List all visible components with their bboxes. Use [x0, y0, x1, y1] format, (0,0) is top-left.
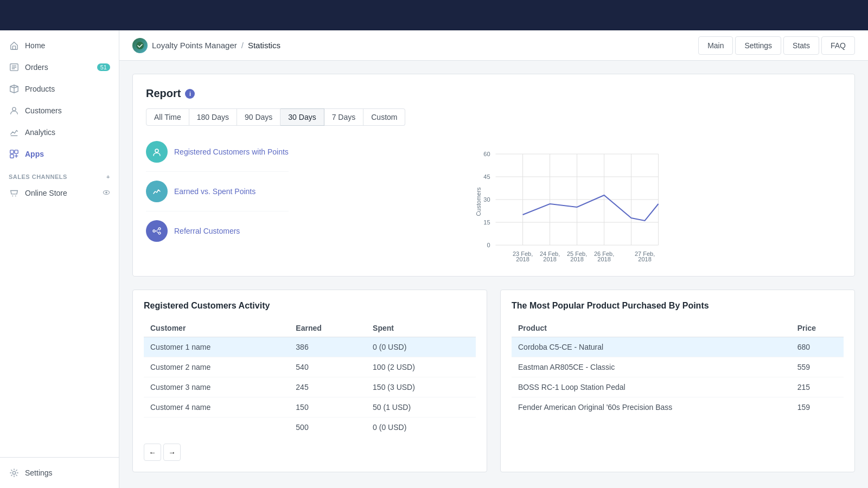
sidebar-item-home[interactable]: Home — [0, 35, 119, 56]
online-store-label: Online Store — [25, 189, 67, 197]
report-card: Report i All Time 180 Days 90 Days 30 Da… — [132, 74, 855, 277]
legend-registered[interactable]: Registered Customers with Points — [146, 141, 289, 172]
line-chart-svg: 0 15 30 45 60 Customers — [302, 137, 841, 261]
svg-text:45: 45 — [483, 174, 490, 180]
svg-text:2018: 2018 — [516, 256, 529, 261]
svg-text:60: 60 — [483, 151, 490, 157]
cell-price: 159 — [791, 397, 844, 418]
svg-text:0: 0 — [487, 242, 490, 248]
svg-text:2018: 2018 — [597, 256, 610, 261]
cell-customer: Customer 4 name — [144, 397, 289, 418]
report-title: Report i — [146, 87, 841, 100]
app-name: Loyalty Points Manager — [152, 41, 237, 50]
sidebar: Home Orders 51 Products Customers Anal — [0, 30, 119, 488]
cell-price: 680 — [791, 337, 844, 357]
activity-pagination: ← → — [144, 444, 476, 461]
analytics-icon — [9, 127, 20, 138]
col-customer: Customer — [144, 319, 289, 337]
app-header-nav: Main Settings Stats FAQ — [698, 36, 855, 55]
sidebar-item-label: Apps — [25, 150, 44, 158]
referral-legend-label: Referral Customers — [174, 227, 240, 235]
popular-table-row: Fender American Original '60s Precision … — [512, 397, 844, 418]
popular-table-header: Product Price — [512, 319, 844, 337]
svg-text:2018: 2018 — [570, 256, 583, 261]
cell-customer — [144, 418, 289, 438]
sidebar-item-label: Orders — [25, 63, 48, 72]
nav-main-button[interactable]: Main — [698, 36, 733, 55]
col-spent: Spent — [366, 319, 476, 337]
top-bar — [0, 0, 868, 30]
activity-table-row: Customer 2 name540100 (2 USD) — [144, 357, 476, 377]
sidebar-item-settings[interactable]: Settings — [0, 462, 119, 484]
add-sales-channel-icon[interactable]: + — [106, 174, 110, 180]
popular-table: Product Price Cordoba C5-CE - Natural680… — [512, 319, 844, 417]
chart-legend: Registered Customers with Points Earned … — [146, 137, 289, 263]
prev-page-button[interactable]: ← — [144, 444, 161, 461]
nav-settings-button[interactable]: Settings — [735, 36, 781, 55]
svg-point-15 — [158, 232, 161, 234]
cell-earned: 150 — [289, 397, 366, 418]
filter-custom[interactable]: Custom — [363, 108, 405, 126]
col-earned: Earned — [289, 319, 366, 337]
popular-table-row: Eastman AR805CE - Classic559 — [512, 357, 844, 377]
svg-text:Customers: Customers — [475, 187, 481, 216]
svg-rect-5 — [10, 155, 14, 158]
filter-180-days[interactable]: 180 Days — [189, 108, 237, 126]
orders-icon — [9, 62, 20, 73]
svg-point-11 — [136, 42, 144, 49]
svg-point-10 — [12, 471, 15, 474]
svg-point-2 — [12, 107, 16, 111]
report-info-icon[interactable]: i — [185, 89, 195, 99]
apps-icon — [9, 149, 20, 159]
cell-customer: Customer 1 name — [144, 337, 289, 357]
filter-90-days[interactable]: 90 Days — [237, 108, 280, 126]
sidebar-item-apps[interactable]: Apps — [0, 143, 119, 165]
sidebar-item-analytics[interactable]: Analytics — [0, 121, 119, 143]
online-store-eye-icon[interactable] — [103, 189, 110, 198]
nav-faq-button[interactable]: FAQ — [821, 36, 855, 55]
app-header-left: Loyalty Points Manager / Statistics — [132, 38, 280, 53]
cell-product: BOSS RC-1 Loop Station Pedal — [512, 377, 791, 397]
earned-spent-legend-icon — [146, 181, 168, 202]
chart-container: 0 15 30 45 60 Customers — [302, 137, 841, 263]
legend-earned-spent[interactable]: Earned vs. Spent Points — [146, 181, 289, 211]
chart-line — [522, 195, 658, 221]
svg-text:30: 30 — [483, 196, 490, 203]
content-area: Report i All Time 180 Days 90 Days 30 Da… — [119, 61, 868, 485]
cell-product: Eastman AR805CE - Classic — [512, 357, 791, 377]
header-separator: / — [241, 41, 244, 50]
filter-30-days[interactable]: 30 Days — [280, 108, 324, 126]
cell-product: Cordoba C5-CE - Natural — [512, 337, 791, 357]
cell-price: 559 — [791, 357, 844, 377]
popular-table-row: Cordoba C5-CE - Natural680 — [512, 337, 844, 357]
home-icon — [9, 40, 20, 51]
online-store-icon — [9, 188, 20, 198]
sidebar-item-customers[interactable]: Customers — [0, 100, 119, 121]
next-page-button[interactable]: → — [163, 444, 181, 461]
popular-card-title: The Most Popular Product Purchased By Po… — [512, 301, 844, 311]
date-filters: All Time 180 Days 90 Days 30 Days 7 Days… — [146, 108, 841, 126]
bottom-section: Registered Customers Activity Customer E… — [132, 290, 855, 472]
sidebar-item-products[interactable]: Products — [0, 78, 119, 100]
cell-spent: 100 (2 USD) — [366, 357, 476, 377]
settings-icon — [9, 467, 20, 478]
sidebar-item-orders[interactable]: Orders 51 — [0, 56, 119, 78]
filter-7-days[interactable]: 7 Days — [324, 108, 364, 126]
activity-card: Registered Customers Activity Customer E… — [132, 290, 487, 472]
referral-legend-icon — [146, 220, 168, 242]
svg-point-12 — [155, 149, 158, 152]
svg-rect-0 — [12, 46, 15, 49]
cell-earned: 245 — [289, 377, 366, 397]
customers-icon — [9, 105, 20, 116]
nav-stats-button[interactable]: Stats — [783, 36, 819, 55]
filter-all-time[interactable]: All Time — [146, 108, 189, 126]
activity-table-body: Customer 1 name3860 (0 USD)Customer 2 na… — [144, 337, 476, 438]
cell-product: Fender American Original '60s Precision … — [512, 397, 791, 418]
svg-text:2018: 2018 — [638, 256, 651, 261]
registered-legend-icon — [146, 141, 168, 163]
legend-referral[interactable]: Referral Customers — [146, 220, 289, 251]
col-price: Price — [791, 319, 844, 337]
orders-badge: 51 — [97, 63, 110, 71]
sidebar-item-online-store[interactable]: Online Store — [0, 182, 119, 204]
app-header: Loyalty Points Manager / Statistics Main… — [119, 30, 868, 61]
